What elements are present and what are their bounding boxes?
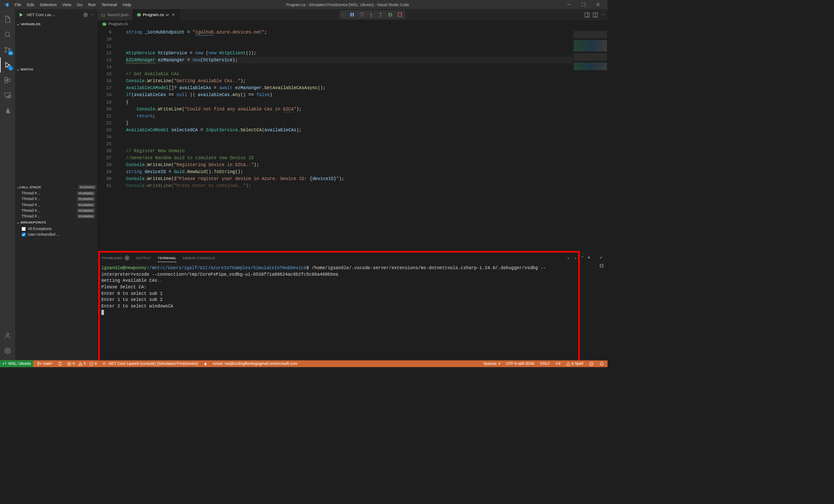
menu-selection[interactable]: Selection	[37, 1, 60, 8]
vscode-icon	[4, 2, 9, 7]
csharp-icon: C#	[137, 13, 141, 17]
indentation[interactable]: Spaces: 4	[482, 361, 502, 366]
svg-point-12	[7, 333, 9, 336]
extensions-icon[interactable]	[0, 73, 15, 88]
explorer-icon[interactable]	[0, 12, 15, 27]
line-gutter[interactable]: 9101112131415161718192021222324252627282…	[97, 27, 115, 252]
activity-bar: 20 1	[0, 9, 15, 360]
minimap[interactable]	[573, 27, 607, 252]
menu-go[interactable]: Go	[74, 1, 85, 8]
remote-indicator[interactable]: WSL: Ubuntu	[0, 360, 33, 367]
breakpoint-checkbox[interactable]	[22, 227, 26, 230]
watch-section[interactable]: ⌄Watch	[15, 66, 97, 73]
run-debug-icon[interactable]: 1	[0, 57, 15, 73]
panel-tab-output[interactable]: OUTPUT	[136, 254, 151, 261]
drag-handle-icon[interactable]: ⠿	[342, 12, 345, 17]
more-icon[interactable]: ⋯	[90, 13, 94, 17]
panel-tab-terminal[interactable]: TERMINAL	[157, 254, 176, 262]
problems-count-badge: 6	[124, 255, 130, 260]
svg-rect-1	[581, 3, 585, 7]
svg-point-2	[5, 32, 10, 37]
problems-summary[interactable]: 0 0 6	[66, 361, 98, 366]
terminal[interactable]: igsandle@newponny:/mnt/c/Users/igalf/Git…	[97, 263, 595, 360]
thread-row[interactable]: Thread #...RUNNING	[15, 213, 97, 219]
panel-right-gutter: ✓	[595, 253, 607, 360]
feedback-icon[interactable]	[588, 361, 595, 366]
maximize-button[interactable]	[576, 0, 591, 9]
menu-edit[interactable]: Edit	[24, 1, 37, 8]
editor-more-icon[interactable]: ⋯	[601, 12, 605, 17]
menu-run[interactable]: Run	[86, 1, 98, 8]
encoding[interactable]: UTF-8 with BOM	[505, 361, 536, 366]
debug-config-gear-icon[interactable]	[83, 12, 88, 17]
notifications-icon[interactable]	[598, 361, 605, 366]
source-control-icon[interactable]: 20	[0, 42, 15, 57]
svg-point-30	[600, 264, 603, 267]
bug-icon[interactable]	[599, 263, 604, 268]
svg-point-36	[103, 363, 105, 365]
thread-row[interactable]: Thread #...RUNNING	[15, 190, 97, 196]
menu-help[interactable]: Help	[120, 1, 133, 8]
settings-gear-icon[interactable]	[0, 343, 15, 358]
callstack-status: RUNNING	[78, 185, 96, 189]
thread-row[interactable]: Thread #...RUNNING	[15, 207, 97, 213]
breakpoint-checkbox[interactable]	[22, 232, 26, 236]
start-debug-button[interactable]	[18, 12, 23, 17]
remote-explorer-icon[interactable]	[0, 88, 15, 103]
step-out-icon[interactable]	[377, 11, 384, 18]
editor-tabs: { } launch.json C# Program.cs M ✕ ⠿	[97, 9, 607, 20]
debug-config-select[interactable]: .NET Core Lau ⌄	[26, 13, 80, 17]
git-branch[interactable]: main*	[36, 361, 54, 366]
toggle-panel-icon[interactable]	[584, 12, 590, 17]
breakpoint-item[interactable]: User-Unhandled ...	[15, 232, 97, 237]
restart-icon[interactable]	[387, 11, 394, 18]
svg-rect-24	[585, 13, 589, 17]
sync-icon[interactable]	[57, 361, 63, 366]
tab-launch-json[interactable]: { } launch.json	[97, 9, 133, 20]
breakpoint-item[interactable]: All Exceptions	[15, 226, 97, 231]
checkmark-icon[interactable]: ✓	[600, 255, 603, 260]
eol[interactable]: CRLF	[539, 361, 551, 366]
svg-text:C#: C#	[137, 13, 141, 16]
language-mode[interactable]: C#	[554, 361, 562, 366]
variables-section[interactable]: ⌄Variables	[15, 20, 97, 27]
minimize-button[interactable]	[561, 0, 576, 9]
maximize-panel-icon[interactable]: ⌃	[581, 256, 584, 260]
menu-terminal[interactable]: Terminal	[99, 1, 119, 8]
debug-sidebar: .NET Core Lau ⌄ ⋯ ⌄Variables ⌄Watch ⌄Cal…	[15, 9, 97, 360]
svg-point-38	[590, 363, 591, 364]
azure-icon[interactable]	[0, 103, 15, 118]
azure-account[interactable]: Azure: me@codingflamingogmail.onmicrosof…	[211, 361, 299, 366]
split-editor-icon[interactable]	[593, 12, 598, 17]
terminal-dropdown-icon[interactable]: ⌄	[574, 256, 577, 260]
code-editor[interactable]: string _iotHubEndpoint = "igalhub.azure-…	[115, 27, 573, 252]
search-icon[interactable]	[0, 27, 15, 42]
thread-row[interactable]: Thread #...RUNNING	[15, 196, 97, 202]
debug-toolbar[interactable]: ⠿	[340, 10, 406, 20]
panel-tab-debug-console[interactable]: DEBUG CONSOLE	[183, 254, 215, 261]
step-into-icon[interactable]	[367, 11, 374, 18]
menu-file[interactable]: File	[12, 1, 24, 8]
tab-program-cs[interactable]: C# Program.cs M ✕	[133, 9, 180, 20]
spell-check[interactable]: 6 Spell	[565, 361, 584, 366]
callstack-section[interactable]: ⌄Call Stack RUNNING	[15, 184, 97, 190]
breadcrumb[interactable]: C# Program.cs	[97, 20, 607, 27]
accounts-icon[interactable]	[0, 328, 15, 343]
pause-icon[interactable]	[349, 11, 356, 18]
debug-target[interactable]: .NET Core Launch (console) (SimulateIoTH…	[101, 361, 200, 366]
stop-icon[interactable]	[396, 11, 403, 18]
close-tab-icon[interactable]: ✕	[172, 12, 175, 17]
thread-row[interactable]: Thread #...RUNNING	[15, 202, 97, 207]
close-panel-icon[interactable]: ✕	[587, 256, 590, 260]
bottom-panel: PROBLEMS 6 OUTPUT TERMINAL DEBUG CONSOLE…	[97, 253, 607, 360]
svg-point-37	[590, 362, 593, 365]
step-over-icon[interactable]	[358, 11, 365, 18]
breakpoints-section[interactable]: ⌄Breakpoints	[15, 219, 97, 226]
menu-view[interactable]: View	[60, 1, 74, 8]
panel-tab-problems[interactable]: PROBLEMS 6	[102, 254, 130, 262]
svg-point-20	[361, 15, 362, 16]
new-terminal-icon[interactable]: ＋	[567, 256, 570, 260]
svg-rect-9	[8, 79, 10, 81]
flame-icon[interactable]	[202, 362, 209, 366]
close-button[interactable]	[590, 0, 605, 9]
